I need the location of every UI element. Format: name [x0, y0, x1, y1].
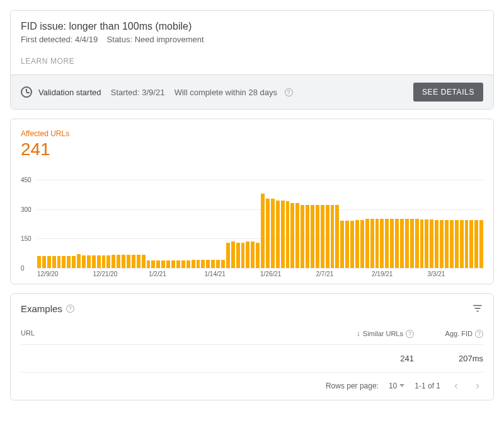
chart-bar: [360, 220, 364, 268]
chart-bar: [97, 255, 101, 268]
column-similar-urls[interactable]: ↓ Similar URLs ?: [326, 329, 414, 338]
chart-bar: [57, 256, 61, 268]
column-fid-label: Agg. FID: [445, 330, 472, 337]
chart-y-tick: 300: [21, 206, 32, 213]
chart-bar: [261, 194, 265, 268]
chart-bar: [375, 219, 379, 268]
rows-per-page-label: Rows per page:: [326, 382, 379, 390]
chart-area: 0150300450: [21, 167, 483, 268]
chart-bar: [335, 205, 339, 268]
chart-bar: [301, 205, 304, 268]
chart-bar: [331, 205, 335, 268]
chart-bar: [87, 255, 91, 268]
chart-bar: [395, 219, 399, 268]
validation-bar: Validation started Started: 3/9/21 Will …: [11, 74, 493, 109]
validation-started-value: 3/9/21: [142, 88, 164, 97]
chart-y-tick: 0: [21, 265, 25, 272]
chart-bar: [171, 260, 175, 268]
chart-bar: [112, 255, 115, 268]
help-icon[interactable]: ?: [66, 305, 74, 313]
validation-complete-text: Will complete within 28 days: [175, 88, 277, 97]
cell-similar: 241: [326, 354, 414, 363]
chart-bar: [286, 201, 290, 268]
chart-bar: [186, 260, 190, 268]
chart-bar: [156, 260, 160, 268]
chart-bar: [290, 203, 294, 268]
chart-gridline: [37, 268, 483, 269]
help-icon[interactable]: ?: [475, 330, 483, 338]
sort-arrow-down-icon: ↓: [357, 329, 360, 338]
chart-bar: [345, 221, 349, 268]
see-details-button[interactable]: SEE DETAILS: [413, 83, 483, 102]
chart-bar: [370, 219, 374, 268]
first-detected-label: First detected:: [21, 35, 72, 44]
help-icon[interactable]: ?: [406, 330, 414, 338]
chart-bar: [42, 256, 46, 268]
chart-bar: [102, 255, 106, 268]
filter-icon[interactable]: [472, 303, 483, 314]
chart-bar: [127, 255, 130, 268]
learn-more-link[interactable]: LEARN MORE: [21, 57, 483, 66]
chart-bar: [465, 220, 469, 268]
chart-bar: [176, 260, 180, 268]
pagination: Rows per page: 10 1-1 of 1 ‹ ›: [21, 373, 483, 393]
chart-bar: [201, 260, 205, 268]
chart-bar: [192, 260, 195, 268]
examples-section: Examples ? URL ↓ Similar URLs ? Agg. FID…: [11, 294, 493, 400]
rows-per-page-value: 10: [389, 382, 397, 390]
chart-bar: [445, 220, 449, 268]
chart-bar: [37, 256, 41, 268]
rows-per-page-select[interactable]: 10: [389, 382, 404, 390]
prev-page-button[interactable]: ‹: [450, 379, 462, 392]
table-header: URL ↓ Similar URLs ? Agg. FID ?: [21, 329, 483, 345]
chart-bar: [211, 260, 215, 268]
chart-x-tick: 12/21/20: [93, 271, 149, 277]
chevron-down-icon: [399, 384, 404, 387]
chart-bar: [311, 205, 314, 268]
help-icon[interactable]: ?: [285, 88, 293, 96]
chart-bar: [47, 256, 51, 268]
chart-bar: [479, 220, 483, 268]
column-similar-label: Similar URLs: [363, 330, 403, 337]
chart-y-tick: 450: [21, 177, 32, 184]
table-row[interactable]: 241 207ms: [21, 345, 483, 373]
chart-bar: [77, 254, 81, 268]
chart-bar: [365, 219, 369, 268]
chart-x-tick: 1/2/21: [149, 271, 205, 277]
chart-bar: [161, 260, 165, 268]
chart-bar: [67, 256, 71, 268]
chart-bar: [151, 260, 155, 268]
validation-started-label: Started:: [111, 88, 140, 97]
chart-bar: [241, 243, 245, 268]
chart-y-tick: 150: [21, 235, 32, 242]
chart-bar: [380, 219, 384, 268]
chart-x-tick: 2/19/21: [372, 271, 428, 277]
examples-card: Examples ? URL ↓ Similar URLs ? Agg. FID…: [10, 293, 494, 400]
validation-label: Validation started: [38, 88, 101, 97]
chart-bar: [62, 256, 66, 268]
chart-bar: [326, 205, 329, 268]
chart-bar: [216, 260, 220, 268]
chart-bar: [321, 205, 324, 268]
cell-fid: 207ms: [414, 354, 483, 363]
chart-bar: [251, 242, 255, 268]
chart-bar: [385, 219, 389, 268]
chart-bar: [306, 205, 309, 268]
chart-bar: [400, 219, 404, 268]
chart-bar: [82, 255, 86, 268]
chart-bar: [316, 205, 319, 268]
chart-bar: [106, 255, 110, 268]
column-agg-fid[interactable]: Agg. FID ?: [414, 329, 483, 338]
chart-bar: [469, 220, 473, 268]
chart-bar: [271, 199, 275, 268]
first-detected-value: 4/4/19: [75, 35, 98, 44]
clock-icon: [21, 86, 32, 98]
next-page-button[interactable]: ›: [472, 379, 483, 392]
issue-header-card: FID issue: longer than 100ms (mobile) Fi…: [10, 10, 494, 110]
chart-bar: [137, 255, 140, 268]
issue-title: FID issue: longer than 100ms (mobile): [21, 21, 483, 32]
column-url[interactable]: URL: [21, 329, 326, 338]
chart-x-tick: 1/14/21: [205, 271, 261, 277]
chart-bar: [410, 219, 414, 268]
cell-url: [21, 354, 326, 363]
